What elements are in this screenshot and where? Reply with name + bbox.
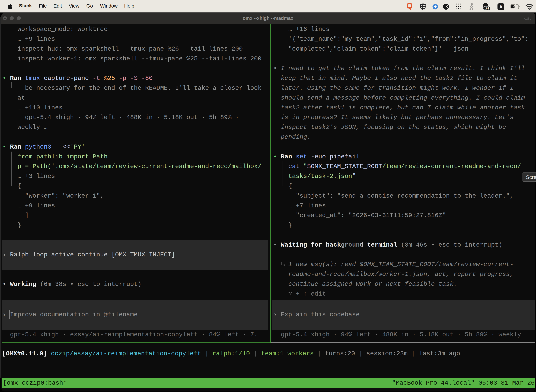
svg-text:..61: ..61	[484, 7, 489, 10]
svg-text:1: 1	[530, 16, 531, 21]
